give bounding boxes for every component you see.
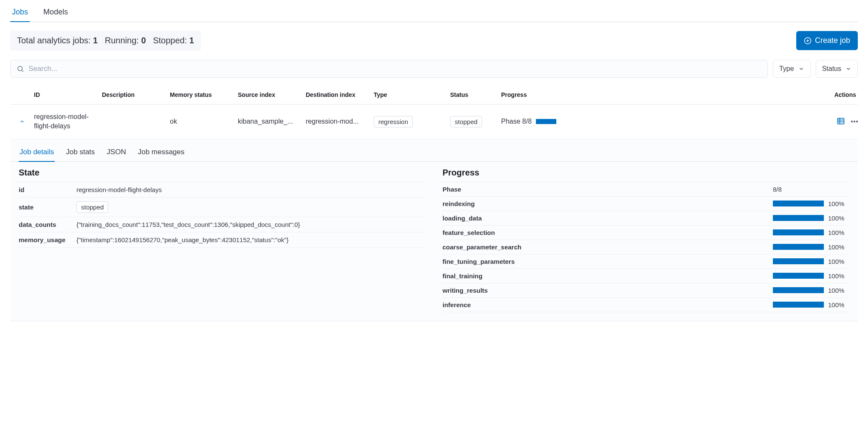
detail-panel: Job details Job stats JSON Job messages … [10,139,858,321]
progress-bar [773,229,824,235]
cell-destination-index: regression-mod... [306,118,374,125]
progress-bar-fill [773,273,824,279]
search-input[interactable] [28,65,761,73]
col-memory-status[interactable]: Memory status [170,91,238,98]
progress-row: feature_selection100% [442,226,849,240]
col-type[interactable]: Type [374,91,450,98]
tab-models[interactable]: Models [42,4,70,22]
dots-icon [851,121,853,122]
progress-bar-fill [773,258,824,264]
create-job-button[interactable]: Create job [796,31,858,50]
progress-key: loading_data [442,215,770,222]
stats-stopped-label: Stopped: [153,36,187,45]
col-destination-index[interactable]: Destination index [306,91,374,98]
cell-status: stopped [450,116,501,127]
create-job-label: Create job [815,36,850,45]
progress-bar [773,215,824,221]
filter-type[interactable]: Type [773,60,811,78]
progress-bar-fill [773,302,824,308]
progress-bar [773,258,824,264]
progress-percent: 100% [828,287,844,294]
table-row: regression-model-flight-delays ok kibana… [10,105,858,139]
state-key: data_counts [19,221,74,228]
stats-summary: Total analytics jobs: 1 Running: 0 Stopp… [10,31,201,51]
progress-row: fine_tuning_parameters100% [442,254,849,269]
progress-phase-key: Phase [442,186,770,193]
progress-row: final_training100% [442,269,849,283]
cell-memory-status: ok [170,118,238,125]
svg-line-4 [22,70,23,71]
col-actions: Actions [824,91,858,98]
filter-status-label: Status [822,65,841,73]
detail-tabs: Job details Job stats JSON Job messages [10,139,858,162]
progress-key: final_training [442,272,770,280]
stats-running-label: Running: [105,36,139,45]
state-title: State [19,168,426,178]
state-value: {"timestamp":1602149156270,"peak_usage_b… [76,236,426,243]
col-source-index[interactable]: Source index [238,91,306,98]
chevron-down-icon [798,66,804,72]
detail-tab-json[interactable]: JSON [106,145,127,161]
svg-rect-5 [838,118,844,124]
state-section: State idregression-model-flight-delaysst… [19,168,426,312]
col-progress[interactable]: Progress [501,91,824,98]
stats-stopped-value: 1 [189,36,194,45]
state-row: memory_usage{"timestamp":1602149156270,"… [19,232,426,248]
progress-bar-fill [773,229,824,235]
progress-key: reindexing [442,200,770,207]
progress-bar-fill [773,215,824,221]
progress-percent: 100% [828,301,844,308]
progress-row: reindexing100% [442,197,849,211]
state-value: stopped [76,201,426,213]
progress-bar [773,287,824,293]
progress-key: inference [442,301,770,308]
stats-running-value: 0 [141,36,146,45]
filter-status[interactable]: Status [816,60,858,78]
view-action-button[interactable] [837,117,845,127]
col-status[interactable]: Status [450,91,501,98]
search-box[interactable] [10,60,768,78]
progress-percent: 100% [828,243,844,251]
progress-row: inference100% [442,298,849,312]
progress-bar-fill [773,201,824,206]
main-nav-tabs: Jobs Models [10,0,858,22]
progress-bar [773,201,824,206]
table-header: ID Description Memory status Source inde… [10,85,858,105]
progress-bar-fill [773,244,824,250]
status-badge: stopped [450,116,482,127]
cell-id: regression-model-flight-delays [34,112,102,131]
progress-percent: 100% [828,272,844,280]
cell-type: regression [374,116,450,127]
progress-row: coarse_parameter_search100% [442,240,849,254]
detail-tab-job-details[interactable]: Job details [19,145,55,161]
chevron-up-icon [19,119,25,124]
cell-source-index: kibana_sample_... [238,118,306,125]
progress-title: Progress [442,168,849,178]
state-value: regression-model-flight-delays [76,186,426,193]
state-row: data_counts{"training_docs_count":11753,… [19,217,426,232]
expand-row-button[interactable] [10,119,34,124]
state-row: idregression-model-flight-delays [19,182,426,198]
search-icon [17,65,24,73]
chevron-down-icon [845,66,851,72]
table-icon [837,117,845,125]
detail-tab-job-stats[interactable]: Job stats [65,145,96,161]
detail-tab-job-messages[interactable]: Job messages [137,145,186,161]
progress-bar [773,273,824,279]
col-id[interactable]: ID [34,91,102,98]
more-actions-button[interactable] [851,121,858,122]
col-description[interactable]: Description [102,91,170,98]
filter-type-label: Type [779,65,794,73]
progress-key: writing_results [442,287,770,294]
progress-row: writing_results100% [442,283,849,298]
progress-percent: 100% [828,215,844,222]
state-key: memory_usage [19,236,74,243]
state-badge: stopped [76,201,108,213]
progress-bar-fill [536,119,556,124]
tab-jobs[interactable]: Jobs [10,4,30,22]
progress-bar [536,119,556,124]
progress-percent: 100% [828,200,844,207]
progress-phase-value: 8/8 [773,186,849,193]
progress-bar [773,244,824,250]
progress-key: feature_selection [442,229,770,236]
